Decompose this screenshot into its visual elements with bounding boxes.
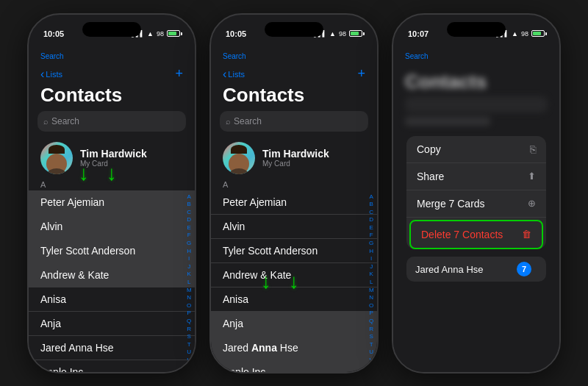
nav-title-bar-2: Lists + bbox=[211, 68, 377, 84]
contact-item-name: Alvin bbox=[40, 221, 62, 232]
merge-icon: ⊕ bbox=[528, 198, 536, 209]
contact-item-name: Tyler Scott Anderson bbox=[223, 245, 318, 257]
arrows-overlay-1: ↓ ↓ bbox=[79, 163, 117, 184]
section-a-2: A bbox=[211, 179, 377, 190]
contact-item-name: Andrew & Kate bbox=[40, 269, 109, 281]
nav-bar-3: Search bbox=[393, 47, 559, 68]
dynamic-island-1 bbox=[82, 22, 141, 37]
back-button-2[interactable]: Lists bbox=[223, 68, 245, 81]
contact-name-1: Tim Hardwick bbox=[80, 148, 183, 160]
search-bar-1[interactable]: ⌕ Search bbox=[37, 111, 186, 132]
contact-card-2[interactable]: Tim Hardwick My Card bbox=[211, 137, 377, 179]
copy-icon: ⎘ bbox=[530, 143, 536, 155]
down-arrow-2: ↓ bbox=[107, 163, 117, 184]
phone-2: 10:05 ▌▌▌ ▲ 98 Search Lists + Contacts ⌕… bbox=[209, 13, 379, 374]
battery-icon-2 bbox=[349, 30, 362, 37]
copy-label: Copy bbox=[417, 143, 441, 155]
battery-icon-1 bbox=[167, 30, 180, 37]
status-time-1: 10:05 bbox=[43, 29, 64, 38]
add-button-1[interactable]: + bbox=[175, 66, 183, 82]
add-button-2[interactable]: + bbox=[357, 66, 365, 82]
battery-icon-3 bbox=[531, 30, 545, 37]
contact-item-name: Peter Ajemian bbox=[40, 196, 104, 208]
dynamic-island-3 bbox=[447, 22, 506, 37]
list-item[interactable]: Anja bbox=[211, 312, 377, 336]
context-menu: Copy ⎘ Share ⬆ Merge 7 Cards ⊕ Delete 7 … bbox=[406, 136, 546, 249]
contact-item-name: Alvin bbox=[223, 221, 245, 232]
wifi-icon-3: ▲ bbox=[512, 30, 518, 37]
search-icon-2: ⌕ bbox=[226, 117, 231, 126]
list-item[interactable]: Jared Anna Hse bbox=[29, 336, 195, 360]
list-item[interactable]: Tyler Scott Anderson bbox=[29, 239, 195, 263]
share-menu-item[interactable]: Share ⬆ bbox=[406, 163, 546, 190]
list-item[interactable]: Anja bbox=[29, 312, 195, 336]
contact-item-name: Anisa bbox=[40, 293, 66, 305]
search-placeholder-1: Search bbox=[51, 116, 79, 126]
avatar-1 bbox=[40, 142, 73, 174]
contact-name-2: Tim Hardwick bbox=[262, 148, 365, 160]
down-arrow-1: ↓ bbox=[79, 163, 89, 184]
list-item[interactable]: Apple Inc. bbox=[29, 360, 195, 372]
contact-item-name: Peter Ajemian bbox=[223, 196, 287, 208]
search-small-2[interactable]: Search bbox=[223, 52, 246, 60]
back-button-1[interactable]: Lists bbox=[40, 68, 62, 81]
wifi-icon-1: ▲ bbox=[147, 30, 154, 37]
contact-item-name: Jared Anna Hse bbox=[223, 342, 298, 354]
contact-list-1: Peter Ajemian Alvin Tyler Scott Anderson… bbox=[29, 190, 195, 372]
phone-1: 10:05 ▌▌▌ ▲ 98 Search Lists + Contacts ⌕… bbox=[27, 13, 196, 374]
alpha-index-2: A B C D E F G H I J K L M N O P Q R S T bbox=[368, 190, 374, 372]
battery-label-1: 98 bbox=[157, 30, 164, 37]
list-item[interactable]: Apple Inc. bbox=[211, 360, 377, 372]
nav-bar-1: Search bbox=[29, 47, 195, 68]
search-bar-2[interactable]: ⌕ Search bbox=[220, 111, 368, 132]
dynamic-island-2 bbox=[265, 22, 323, 37]
blue-badge: 7 bbox=[517, 262, 531, 276]
delete-label: Delete 7 Contacts bbox=[421, 229, 503, 240]
search-small-1[interactable]: Search bbox=[40, 52, 64, 60]
screen-1: Search Lists + Contacts ⌕ Search Tim Har… bbox=[29, 47, 195, 372]
contact-below-name: Jared Anna Hse bbox=[415, 264, 484, 275]
share-icon: ⬆ bbox=[528, 171, 536, 182]
contact-item-name: Apple Inc. bbox=[40, 366, 86, 372]
search-small-3[interactable]: Search bbox=[405, 52, 429, 60]
screen-2: Search Lists + Contacts ⌕ Search Tim Har… bbox=[211, 47, 377, 372]
list-item[interactable]: Alvin bbox=[29, 215, 195, 239]
contact-info-2: Tim Hardwick My Card bbox=[262, 148, 365, 168]
list-item[interactable]: Tyler Scott Anderson bbox=[211, 239, 377, 263]
list-item[interactable]: Peter Ajemian bbox=[29, 190, 195, 215]
down-arrow-4: ↓ bbox=[289, 271, 299, 292]
merge-label: Merge 7 Cards bbox=[417, 198, 485, 210]
page-title-2: Contacts bbox=[211, 84, 377, 111]
status-time-2: 10:05 bbox=[226, 29, 246, 38]
share-label: Share bbox=[417, 171, 444, 182]
list-item[interactable]: Alvin bbox=[211, 215, 377, 239]
search-placeholder-2: Search bbox=[234, 116, 262, 126]
list-item[interactable]: Anisa bbox=[29, 287, 195, 312]
contact-below-menu[interactable]: Jared Anna Hse 7 bbox=[406, 257, 546, 282]
contact-item-name: Jared Anna Hse bbox=[40, 342, 114, 354]
list-item[interactable]: Jared Anna Hse bbox=[211, 336, 377, 360]
list-item[interactable]: Andrew & Kate bbox=[29, 263, 195, 287]
contact-subtitle-2: My Card bbox=[262, 160, 365, 168]
context-menu-container: Copy ⎘ Share ⬆ Merge 7 Cards ⊕ Delete 7 … bbox=[406, 136, 546, 282]
nav-bar-2: Search bbox=[211, 47, 377, 68]
alpha-index-1: A B C D E F G H I J K L M N O P Q R S T bbox=[186, 190, 192, 372]
search-icon-1: ⌕ bbox=[43, 117, 49, 126]
contact-item-name: Anisa bbox=[223, 293, 248, 305]
battery-label-2: 98 bbox=[339, 30, 346, 37]
copy-menu-item[interactable]: Copy ⎘ bbox=[406, 136, 546, 163]
contact-item-name: Apple Inc. bbox=[223, 366, 268, 372]
merge-menu-item[interactable]: Merge 7 Cards ⊕ bbox=[406, 190, 546, 218]
status-time-3: 10:07 bbox=[408, 29, 429, 38]
contact-item-name: Tyler Scott Anderson bbox=[40, 245, 135, 257]
arrows-overlay-2: ↓ ↓ bbox=[261, 271, 299, 292]
delete-menu-item[interactable]: Delete 7 Contacts 🗑 bbox=[409, 220, 543, 249]
nav-title-bar-1: Lists + bbox=[29, 68, 195, 84]
delete-icon: 🗑 bbox=[522, 229, 531, 240]
list-item[interactable]: Peter Ajemian bbox=[211, 190, 377, 215]
wifi-icon-2: ▲ bbox=[329, 30, 336, 37]
phone-3: 10:07 ▌▌▌ ▲ 98 Search Contacts Copy ⎘ bbox=[392, 13, 561, 374]
avatar-2 bbox=[223, 142, 255, 174]
blurred-contacts-bg: Contacts bbox=[393, 68, 559, 133]
battery-label-3: 98 bbox=[521, 30, 528, 37]
